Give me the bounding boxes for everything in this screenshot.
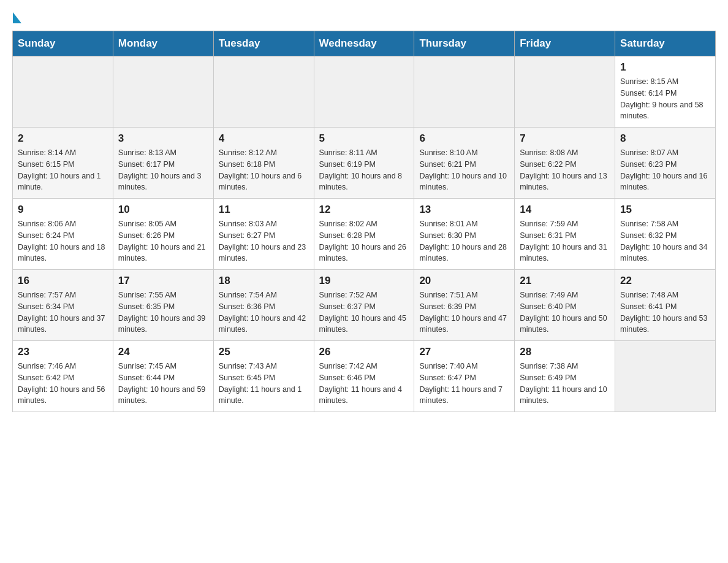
day-number: 24 <box>118 346 208 358</box>
day-number: 14 <box>520 204 610 216</box>
day-info: Sunrise: 7:51 AMSunset: 6:39 PMDaylight:… <box>419 289 509 335</box>
calendar-cell: 5Sunrise: 8:11 AMSunset: 6:19 PMDaylight… <box>314 128 414 199</box>
calendar-cell: 1Sunrise: 8:15 AMSunset: 6:14 PMDaylight… <box>615 56 716 128</box>
day-number: 6 <box>419 132 509 145</box>
day-number: 8 <box>620 132 710 145</box>
week-row-2: 2Sunrise: 8:14 AMSunset: 6:15 PMDaylight… <box>13 128 716 199</box>
day-info: Sunrise: 8:08 AMSunset: 6:22 PMDaylight:… <box>520 147 610 193</box>
day-info: Sunrise: 7:42 AMSunset: 6:46 PMDaylight:… <box>319 361 409 407</box>
calendar-cell: 26Sunrise: 7:42 AMSunset: 6:46 PMDayligh… <box>314 341 414 412</box>
day-number: 2 <box>18 132 108 145</box>
day-info: Sunrise: 7:58 AMSunset: 6:32 PMDaylight:… <box>620 218 710 264</box>
day-info: Sunrise: 8:15 AMSunset: 6:14 PMDaylight:… <box>620 76 710 122</box>
day-number: 12 <box>319 204 409 216</box>
calendar-cell: 12Sunrise: 8:02 AMSunset: 6:28 PMDayligh… <box>314 199 414 270</box>
day-info: Sunrise: 8:05 AMSunset: 6:26 PMDaylight:… <box>118 218 208 264</box>
day-info: Sunrise: 8:07 AMSunset: 6:23 PMDaylight:… <box>620 147 710 193</box>
calendar-cell: 15Sunrise: 7:58 AMSunset: 6:32 PMDayligh… <box>615 199 716 270</box>
day-number: 11 <box>219 204 309 216</box>
day-number: 22 <box>620 275 710 287</box>
week-row-3: 9Sunrise: 8:06 AMSunset: 6:24 PMDaylight… <box>13 199 716 270</box>
day-number: 20 <box>419 275 509 287</box>
day-info: Sunrise: 7:38 AMSunset: 6:49 PMDaylight:… <box>520 361 610 407</box>
calendar-cell <box>414 56 515 128</box>
calendar-cell: 27Sunrise: 7:40 AMSunset: 6:47 PMDayligh… <box>414 341 515 412</box>
day-number: 7 <box>520 132 610 145</box>
calendar-cell: 11Sunrise: 8:03 AMSunset: 6:27 PMDayligh… <box>213 199 314 270</box>
calendar-cell: 7Sunrise: 8:08 AMSunset: 6:22 PMDaylight… <box>515 128 615 199</box>
calendar-cell <box>213 56 314 128</box>
calendar-cell <box>314 56 414 128</box>
weekday-header-wednesday: Wednesday <box>314 31 414 56</box>
day-info: Sunrise: 8:14 AMSunset: 6:15 PMDaylight:… <box>18 147 108 193</box>
day-info: Sunrise: 8:02 AMSunset: 6:28 PMDaylight:… <box>319 218 409 264</box>
day-number: 17 <box>118 275 208 287</box>
logo <box>12 12 21 21</box>
day-info: Sunrise: 8:01 AMSunset: 6:30 PMDaylight:… <box>419 218 509 264</box>
day-info: Sunrise: 7:49 AMSunset: 6:40 PMDaylight:… <box>520 289 610 335</box>
calendar-cell: 19Sunrise: 7:52 AMSunset: 6:37 PMDayligh… <box>314 270 414 341</box>
day-info: Sunrise: 7:45 AMSunset: 6:44 PMDaylight:… <box>118 361 208 407</box>
calendar-cell: 28Sunrise: 7:38 AMSunset: 6:49 PMDayligh… <box>515 341 615 412</box>
day-number: 9 <box>18 204 108 216</box>
day-info: Sunrise: 7:52 AMSunset: 6:37 PMDaylight:… <box>319 289 409 335</box>
week-row-4: 16Sunrise: 7:57 AMSunset: 6:34 PMDayligh… <box>13 270 716 341</box>
calendar-cell: 6Sunrise: 8:10 AMSunset: 6:21 PMDaylight… <box>414 128 515 199</box>
day-number: 28 <box>520 346 610 358</box>
day-info: Sunrise: 7:46 AMSunset: 6:42 PMDaylight:… <box>18 361 108 407</box>
calendar-cell: 20Sunrise: 7:51 AMSunset: 6:39 PMDayligh… <box>414 270 515 341</box>
calendar-cell <box>615 341 716 412</box>
week-row-5: 23Sunrise: 7:46 AMSunset: 6:42 PMDayligh… <box>13 341 716 412</box>
day-info: Sunrise: 7:48 AMSunset: 6:41 PMDaylight:… <box>620 289 710 335</box>
weekday-header-monday: Monday <box>113 31 213 56</box>
logo-chevron-icon <box>13 12 21 23</box>
day-info: Sunrise: 7:57 AMSunset: 6:34 PMDaylight:… <box>18 289 108 335</box>
day-info: Sunrise: 8:10 AMSunset: 6:21 PMDaylight:… <box>419 147 509 193</box>
day-info: Sunrise: 8:03 AMSunset: 6:27 PMDaylight:… <box>219 218 309 264</box>
day-number: 19 <box>319 275 409 287</box>
weekday-header-tuesday: Tuesday <box>213 31 314 56</box>
day-number: 1 <box>620 61 710 74</box>
day-number: 3 <box>118 132 208 145</box>
day-number: 21 <box>520 275 610 287</box>
day-info: Sunrise: 8:12 AMSunset: 6:18 PMDaylight:… <box>219 147 309 193</box>
week-row-1: 1Sunrise: 8:15 AMSunset: 6:14 PMDaylight… <box>13 56 716 128</box>
weekday-header-row: SundayMondayTuesdayWednesdayThursdayFrid… <box>13 31 716 56</box>
day-number: 26 <box>319 346 409 358</box>
calendar-cell: 24Sunrise: 7:45 AMSunset: 6:44 PMDayligh… <box>113 341 213 412</box>
day-info: Sunrise: 7:59 AMSunset: 6:31 PMDaylight:… <box>520 218 610 264</box>
day-info: Sunrise: 7:54 AMSunset: 6:36 PMDaylight:… <box>219 289 309 335</box>
calendar-cell: 9Sunrise: 8:06 AMSunset: 6:24 PMDaylight… <box>13 199 113 270</box>
calendar-cell: 2Sunrise: 8:14 AMSunset: 6:15 PMDaylight… <box>13 128 113 199</box>
day-info: Sunrise: 8:11 AMSunset: 6:19 PMDaylight:… <box>319 147 409 193</box>
calendar-cell: 22Sunrise: 7:48 AMSunset: 6:41 PMDayligh… <box>615 270 716 341</box>
day-info: Sunrise: 8:06 AMSunset: 6:24 PMDaylight:… <box>18 218 108 264</box>
calendar-cell <box>13 56 113 128</box>
day-number: 16 <box>18 275 108 287</box>
day-number: 4 <box>219 132 309 145</box>
page-header <box>12 12 716 21</box>
calendar-cell: 17Sunrise: 7:55 AMSunset: 6:35 PMDayligh… <box>113 270 213 341</box>
weekday-header-sunday: Sunday <box>13 31 113 56</box>
calendar-table: SundayMondayTuesdayWednesdayThursdayFrid… <box>12 31 716 412</box>
calendar-cell: 23Sunrise: 7:46 AMSunset: 6:42 PMDayligh… <box>13 341 113 412</box>
day-info: Sunrise: 8:13 AMSunset: 6:17 PMDaylight:… <box>118 147 208 193</box>
calendar-cell: 13Sunrise: 8:01 AMSunset: 6:30 PMDayligh… <box>414 199 515 270</box>
weekday-header-thursday: Thursday <box>414 31 515 56</box>
day-info: Sunrise: 7:55 AMSunset: 6:35 PMDaylight:… <box>118 289 208 335</box>
day-number: 27 <box>419 346 509 358</box>
calendar-cell: 10Sunrise: 8:05 AMSunset: 6:26 PMDayligh… <box>113 199 213 270</box>
calendar-cell: 3Sunrise: 8:13 AMSunset: 6:17 PMDaylight… <box>113 128 213 199</box>
calendar-cell <box>515 56 615 128</box>
calendar-cell: 21Sunrise: 7:49 AMSunset: 6:40 PMDayligh… <box>515 270 615 341</box>
day-number: 15 <box>620 204 710 216</box>
day-number: 25 <box>219 346 309 358</box>
weekday-header-friday: Friday <box>515 31 615 56</box>
calendar-cell: 14Sunrise: 7:59 AMSunset: 6:31 PMDayligh… <box>515 199 615 270</box>
day-number: 23 <box>18 346 108 358</box>
calendar-cell <box>113 56 213 128</box>
calendar-cell: 25Sunrise: 7:43 AMSunset: 6:45 PMDayligh… <box>213 341 314 412</box>
day-number: 5 <box>319 132 409 145</box>
calendar-cell: 18Sunrise: 7:54 AMSunset: 6:36 PMDayligh… <box>213 270 314 341</box>
calendar-cell: 16Sunrise: 7:57 AMSunset: 6:34 PMDayligh… <box>13 270 113 341</box>
